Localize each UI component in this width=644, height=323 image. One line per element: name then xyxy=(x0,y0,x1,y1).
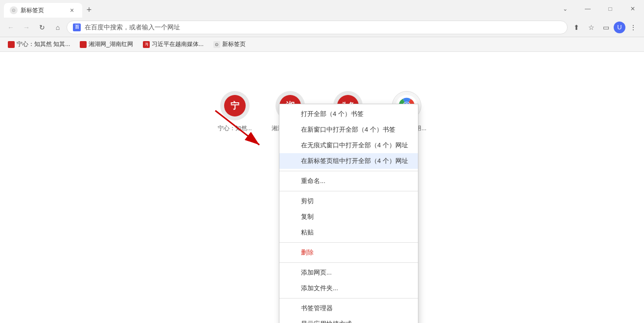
bookmarks-bar: 宁心：知其然 知其... 湘湖网_湖南红网 习 习近平在越南媒体... ⊙ 新标… xyxy=(0,37,644,52)
qa-item-1[interactable]: 宁 宁心：知然... xyxy=(218,91,252,133)
title-bar: ⊙ 新标签页 × + ⌄ — □ ✕ xyxy=(0,0,644,18)
minimize-button[interactable]: — xyxy=(576,0,599,18)
side-panel-button[interactable]: ▭ xyxy=(599,21,613,34)
cm-copy[interactable]: 复制 xyxy=(279,209,418,225)
cm-rename[interactable]: 重命名... xyxy=(279,173,418,189)
forward-button[interactable]: → xyxy=(20,21,33,34)
cm-paste[interactable]: 粘贴 xyxy=(279,225,418,240)
cm-show-shortcuts-label: 显示应用快捷方式 xyxy=(301,320,352,323)
cm-bookmark-manager[interactable]: 书签管理器 xyxy=(279,300,418,316)
close-button[interactable]: ✕ xyxy=(621,0,644,18)
cm-rename-label: 重命名... xyxy=(301,177,325,185)
bookmark-label-1: 宁心：知其然 知其... xyxy=(17,40,70,48)
main-content: 打开全部（4 个）书签 在新窗口中打开全部（4 个）书签 在无痕式窗口中打开全部… xyxy=(0,52,644,323)
cm-open-tab-group-label: 在新标签页组中打开全部（4 个）网址 xyxy=(301,157,408,165)
context-menu: 打开全部（4 个）书签 在新窗口中打开全部（4 个）书签 在无痕式窗口中打开全部… xyxy=(279,104,418,323)
bookmark-label-3: 习近平在越南媒体... xyxy=(152,40,204,48)
cm-add-page[interactable]: 添加网页... xyxy=(279,265,418,280)
cm-paste-label: 粘贴 xyxy=(301,228,314,237)
cm-open-incognito[interactable]: 在无痕式窗口中打开全部（4 个）网址 xyxy=(279,138,418,153)
avatar[interactable]: U xyxy=(614,22,625,33)
bookmark-item-4[interactable]: ⊙ 新标签页 xyxy=(209,39,250,49)
address-text: 在百度中搜索，或者输入一个网址 xyxy=(85,23,561,32)
bookmark-favicon-2 xyxy=(80,41,87,48)
cm-open-all-label: 打开全部（4 个）书签 xyxy=(301,110,364,118)
tab-label: 新标签页 xyxy=(21,6,44,15)
cm-divider-5 xyxy=(279,298,418,299)
active-tab[interactable]: ⊙ 新标签页 × xyxy=(4,3,82,18)
share-button[interactable]: ⬆ xyxy=(570,21,583,34)
bookmark-item-1[interactable]: 宁心：知其然 知其... xyxy=(4,39,74,49)
bookmark-item-2[interactable]: 湘湖网_湖南红网 xyxy=(76,39,137,49)
bookmark-label-4: 新标签页 xyxy=(222,40,246,48)
cm-copy-label: 复制 xyxy=(301,212,314,221)
home-button[interactable]: ⌂ xyxy=(51,21,65,34)
bookmark-favicon-1 xyxy=(8,41,15,48)
reload-button[interactable]: ↻ xyxy=(35,21,49,34)
qa-label-1: 宁心：知然... xyxy=(218,124,252,133)
cm-open-tab-group[interactable]: 在新标签页组中打开全部（4 个）网址 xyxy=(279,153,418,169)
window-controls: ⌄ — □ ✕ xyxy=(554,0,644,18)
chevron-down-button[interactable]: ⌄ xyxy=(554,0,576,18)
cm-cut-label: 剪切 xyxy=(301,197,314,206)
cm-divider-2 xyxy=(279,191,418,191)
bookmark-item-3[interactable]: 习 习近平在越南媒体... xyxy=(139,39,207,49)
tab-favicon: ⊙ xyxy=(10,6,18,14)
nav-bar: ← → ↻ ⌂ 百 在百度中搜索，或者输入一个网址 ⬆ ☆ ▭ U ⋮ xyxy=(0,18,644,37)
address-favicon: 百 xyxy=(73,23,81,31)
bookmark-favicon-3: 习 xyxy=(143,41,150,48)
cm-add-folder-label: 添加文件夹... xyxy=(301,284,338,293)
menu-button[interactable]: ⋮ xyxy=(626,21,640,34)
address-bar[interactable]: 百 在百度中搜索，或者输入一个网址 xyxy=(67,21,568,34)
cm-open-incognito-label: 在无痕式窗口中打开全部（4 个）网址 xyxy=(301,141,408,150)
cm-divider-3 xyxy=(279,242,418,243)
cm-open-new-window[interactable]: 在新窗口中打开全部（4 个）书签 xyxy=(279,122,418,138)
maximize-button[interactable]: □ xyxy=(599,0,621,18)
cm-open-new-window-label: 在新窗口中打开全部（4 个）书签 xyxy=(301,125,395,134)
cm-divider-1 xyxy=(279,171,418,171)
qa-icon-1: 宁 xyxy=(220,91,250,120)
star-button[interactable]: ☆ xyxy=(584,21,598,34)
new-tab-button[interactable]: + xyxy=(82,3,96,17)
cm-delete-label: 删除 xyxy=(301,248,314,257)
bookmark-label-2: 湘湖网_湖南红网 xyxy=(89,40,133,48)
cm-divider-4 xyxy=(279,262,418,263)
cm-add-folder[interactable]: 添加文件夹... xyxy=(279,280,418,296)
nav-right-icons: ⬆ ☆ ▭ U ⋮ xyxy=(570,21,640,34)
cm-show-shortcuts[interactable]: 显示应用快捷方式 xyxy=(279,316,418,323)
bookmark-favicon-4: ⊙ xyxy=(213,41,220,48)
cm-add-page-label: 添加网页... xyxy=(301,268,332,277)
cm-open-all[interactable]: 打开全部（4 个）书签 xyxy=(279,106,418,122)
cm-delete[interactable]: 删除 xyxy=(279,245,418,260)
tab-close-button[interactable]: × xyxy=(68,6,76,15)
cm-bookmark-manager-label: 书签管理器 xyxy=(301,304,333,313)
back-button[interactable]: ← xyxy=(4,21,18,34)
tab-strip: ⊙ 新标签页 × + xyxy=(0,0,96,18)
cm-cut[interactable]: 剪切 xyxy=(279,193,418,209)
